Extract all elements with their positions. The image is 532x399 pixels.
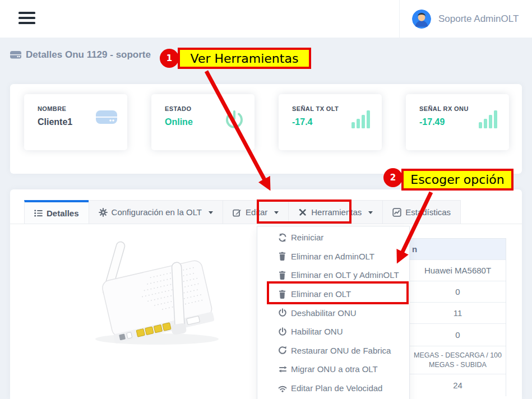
step-number: 1 (166, 53, 172, 63)
page-title: Detalles Onu 1129 - soporte (26, 49, 151, 61)
menu-item-eliminar-adminolt[interactable]: Eliminar en AdminOLT (257, 247, 409, 266)
menu-item-eliminar-olt-y-adminolt[interactable]: Eliminar en OLT y AdminOLT (257, 266, 409, 285)
tab-editar[interactable]: Editar (223, 200, 289, 224)
stat-card-senal-rx-onu: SEÑAL RX ONU -17.49 (406, 94, 509, 150)
menu-item-label: Eliminar en OLT y AdminOLT (291, 270, 399, 280)
callout-label: Ver Herramientas (191, 52, 299, 66)
stat-value: Cliente1 (38, 117, 72, 127)
herramientas-dropdown-menu: Reiniciar Eliminar en AdminOLT Eliminar … (257, 226, 410, 399)
stats-panel: NOMBRE Cliente1 ESTADO Online SEÑAL TX O… (10, 84, 522, 174)
menu-item-label: Habilitar ONU (291, 327, 343, 336)
hamburger-menu-icon[interactable] (18, 12, 35, 25)
table-cell-olt-model: Huawei MA5680T (410, 260, 506, 281)
table-cell: 11 (410, 303, 506, 324)
stat-label: SEÑAL RX ONU (419, 105, 469, 112)
user-menu[interactable]: Soporte AdminOLT (399, 0, 532, 38)
menu-item-label: Editar Plan de Velocidad (291, 383, 382, 393)
stat-card-nombre: NOMBRE Cliente1 (24, 94, 127, 150)
menu-item-label: Migrar ONU a otra OLT (291, 364, 378, 374)
tab-herramientas[interactable]: Herramientas (288, 200, 383, 224)
trash-icon (278, 252, 291, 261)
step-1-callout: Ver Herramientas (178, 48, 311, 69)
menu-item-editar-plan-velocidad[interactable]: Editar Plan de Velocidad (257, 379, 409, 398)
tools-icon (298, 208, 307, 217)
avatar (412, 10, 431, 29)
menu-item-restaurar-onu-fabrica[interactable]: Restaurar ONU de Fabrica (257, 341, 409, 360)
exchange-icon (278, 365, 291, 373)
signal-bars-icon (351, 110, 372, 129)
onu-info-table: n Huawei MA5680T 0 11 0 MEGAS - DESCARGA… (410, 238, 506, 396)
table-cell: 24 (410, 374, 506, 396)
tab-label: Editar (246, 207, 267, 217)
power-icon (278, 308, 291, 317)
stat-value: -17.4 (292, 117, 339, 127)
gear-icon (99, 208, 108, 217)
chevron-down-icon (209, 211, 213, 214)
tab-configuracion-olt[interactable]: Configuración en la OLT (89, 200, 223, 224)
tab-estadisticas[interactable]: Estadísticas (382, 200, 461, 224)
table-cell-plan: MEGAS - DESCARGA / 100 MEGAS - SUBIDA (410, 346, 506, 374)
pencil-icon (233, 208, 242, 217)
step-number: 2 (390, 173, 396, 183)
table-cell: 0 (410, 324, 506, 346)
menu-item-label: Deshabilitar ONU (291, 308, 357, 318)
user-name: Soporte AdminOLT (438, 13, 519, 25)
rotate-icon (278, 346, 291, 355)
stat-value: -17.49 (419, 117, 469, 127)
menu-item-label: Eliminar en OLT (291, 289, 351, 299)
step-2-callout: Escoger opción (401, 169, 514, 191)
menu-item-eliminar-olt[interactable]: Eliminar en OLT (257, 285, 409, 304)
table-header-cell: n (410, 238, 506, 260)
stat-value: Online (165, 117, 193, 127)
menu-item-habilitar-onu[interactable]: Habilitar ONU (257, 322, 409, 341)
tab-label: Herramientas (311, 207, 362, 217)
power-icon (278, 327, 291, 336)
wifi-icon (278, 384, 291, 392)
tab-detalles[interactable]: Detalles (24, 200, 89, 224)
menu-item-deshabilitar-onu[interactable]: Deshabilitar ONU (257, 303, 409, 322)
stat-label: NOMBRE (38, 105, 72, 112)
breadcrumb: Detalles Onu 1129 - soporte (10, 49, 151, 61)
tab-label: Configuración en la OLT (112, 207, 202, 217)
power-icon (224, 110, 244, 130)
callout-label: Escoger opción (410, 173, 505, 187)
chevron-down-icon (274, 211, 279, 214)
step-1-badge: 1 (160, 49, 179, 68)
trash-icon (278, 271, 291, 280)
signal-bars-icon (479, 110, 499, 129)
stat-label: ESTADO (165, 105, 193, 112)
tab-label: Estadísticas (405, 207, 451, 217)
tab-label: Detalles (47, 208, 79, 218)
sync-icon (278, 233, 291, 242)
menu-item-label: Eliminar en AdminOLT (291, 252, 374, 261)
menu-item-reiniciar[interactable]: Reiniciar (257, 228, 409, 247)
menu-item-migrar-onu[interactable]: Migrar ONU a otra OLT (257, 360, 409, 379)
step-2-badge: 2 (383, 168, 403, 187)
router-icon (96, 110, 117, 124)
stat-card-senal-tx-olt: SEÑAL TX OLT -17.4 (279, 94, 382, 150)
menu-item-label: Reiniciar (291, 233, 323, 242)
chevron-down-icon (368, 211, 373, 214)
device-icon (10, 51, 21, 59)
stat-card-estado: ESTADO Online (151, 94, 255, 150)
chart-icon (392, 208, 401, 217)
stat-label: SEÑAL TX OLT (292, 105, 339, 112)
onu-product-image (73, 235, 235, 353)
top-header: Soporte AdminOLT (0, 0, 532, 38)
table-cell: 0 (410, 281, 506, 303)
list-icon (34, 209, 43, 217)
trash-icon (278, 290, 291, 299)
tab-bar: Detalles Configuración en la OLT Editar (10, 200, 522, 224)
menu-item-label: Restaurar ONU de Fabrica (291, 346, 391, 355)
